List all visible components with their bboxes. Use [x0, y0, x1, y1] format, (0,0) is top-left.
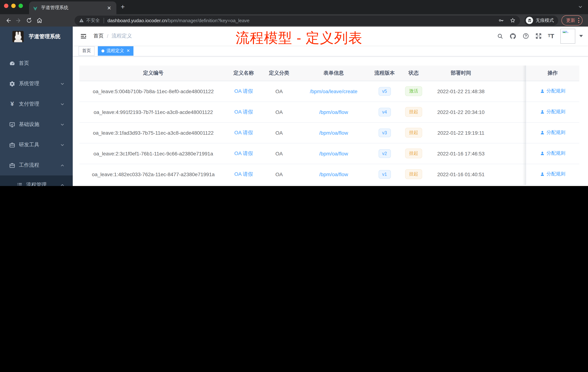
definition-name-link[interactable]: OA 请假: [234, 109, 253, 114]
form-link[interactable]: /bpm/oa/flow: [319, 130, 348, 136]
status-badge: 激活: [405, 86, 422, 96]
cell-definition-id: oa_leave:5:004b710b-7b8a-11ec-8ef0-acde4…: [79, 81, 227, 101]
form-link[interactable]: /bpm/oa/flow: [319, 151, 348, 156]
search-icon[interactable]: [497, 33, 503, 39]
password-key-icon[interactable]: [498, 17, 504, 23]
sidebar-toggle-icon[interactable]: [80, 33, 87, 40]
security-label[interactable]: 不安全: [86, 17, 100, 23]
status-badge: 挂起: [405, 107, 422, 117]
table-row: oa_leave:5:004b710b-7b8a-11ec-8ef0-acde4…: [79, 81, 579, 101]
browser-menu-icon[interactable]: [578, 18, 579, 23]
tag-label: 流程定义: [106, 48, 124, 54]
yen-icon: ¥: [9, 101, 15, 107]
assign-rule-button[interactable]: 分配规则: [540, 109, 566, 115]
incognito-icon: [526, 17, 533, 24]
sidebar-menu: 首页 系统管理 ¥ 支付管理: [0, 53, 73, 186]
reload-icon[interactable]: [26, 17, 32, 23]
column-header-id: 定义编号: [79, 66, 227, 81]
user-icon: [540, 130, 545, 135]
update-label[interactable]: 更新: [566, 17, 575, 23]
definition-name-link[interactable]: OA 请假: [234, 88, 253, 94]
cell-deploy-time: 2022-01-22 21:48:38: [427, 81, 494, 101]
sidebar-item-system[interactable]: 系统管理: [0, 74, 73, 94]
user-icon: [540, 151, 545, 156]
back-icon[interactable]: [5, 17, 11, 23]
cell-category: OA: [260, 81, 298, 101]
table-row: oa_leave:4:991f2193-7b7f-11ec-a3c8-acde4…: [79, 101, 579, 122]
fullscreen-icon[interactable]: [535, 33, 542, 39]
form-link[interactable]: /bpm/oa/flow: [319, 171, 348, 177]
sidebar-item-infra[interactable]: 基础设施: [0, 114, 73, 135]
user-avatar-broken-image[interactable]: [560, 29, 575, 44]
sidebar-item-devtools[interactable]: 研发工具: [0, 135, 73, 155]
window-zoom-button[interactable]: [19, 4, 23, 8]
avatar-caret-icon[interactable]: [579, 35, 583, 37]
browser-window: 芋道管理系统 ✕ + 不安全 dashboard.yudao.iocoder.c…: [0, 0, 588, 186]
sidebar-item-workflow[interactable]: 工作流程: [0, 155, 73, 175]
version-badge: v3: [378, 128, 391, 137]
github-icon[interactable]: [509, 33, 516, 40]
font-size-icon[interactable]: TT: [548, 33, 554, 39]
window-close-button[interactable]: [4, 4, 8, 8]
sidebar: 芋道管理系统 首页 系统管理 ¥: [0, 27, 73, 186]
chevron-down-icon: [60, 102, 65, 107]
cell-deploy-time: 2022-01-22 20:34:10: [427, 101, 494, 122]
version-badge: v4: [378, 108, 391, 116]
breadcrumb-current: 流程定义: [112, 33, 132, 39]
sidebar-item-payment[interactable]: ¥ 支付管理: [0, 94, 73, 114]
assign-rule-button[interactable]: 分配规则: [540, 171, 566, 177]
column-header-action: 操作: [526, 66, 579, 81]
assign-rule-button[interactable]: 分配规则: [540, 150, 566, 157]
column-header-status: 状态: [400, 66, 427, 81]
help-icon[interactable]: [522, 33, 529, 39]
sidebar-item-home[interactable]: 首页: [0, 53, 73, 74]
url-divider: [104, 18, 104, 23]
home-icon[interactable]: [36, 17, 42, 23]
new-tab-button[interactable]: +: [121, 3, 125, 11]
active-dot: [101, 49, 104, 52]
tag-close-icon[interactable]: ✕: [126, 48, 130, 53]
tag-home[interactable]: 首页: [79, 46, 94, 55]
assign-rule-button[interactable]: 分配规则: [540, 129, 566, 136]
form-link[interactable]: /bpm/oa/flow: [319, 109, 348, 115]
cell-category: OA: [260, 101, 298, 122]
form-link[interactable]: /bpm/oa/leave/create: [310, 88, 357, 94]
breadcrumb-home[interactable]: 首页: [94, 33, 104, 39]
url-bar[interactable]: 不安全 dashboard.yudao.iocoder.cn/bpm/manag…: [74, 15, 520, 25]
cell-deploy-time: 2022-01-16 01:40:51: [427, 164, 494, 185]
list-icon: [17, 182, 22, 186]
cell-category: OA: [260, 164, 298, 185]
definition-name-link[interactable]: OA 请假: [234, 129, 253, 135]
assign-rule-button[interactable]: 分配规则: [540, 88, 566, 94]
tab-close-icon[interactable]: ✕: [106, 5, 113, 11]
browser-update-button[interactable]: 更新: [561, 15, 583, 25]
workflow-submenu: 流程管理 流程表单 用户分组: [0, 175, 73, 186]
security-warning-icon[interactable]: [79, 18, 84, 23]
cell-definition-id: oa_leave:3:1fad3d93-7b75-11ec-a3c8-acde4…: [79, 122, 227, 143]
dashboard-icon: [9, 60, 15, 66]
tag-process-definition[interactable]: 流程定义 ✕: [98, 46, 134, 55]
forward-icon[interactable]: [16, 17, 22, 23]
definition-name-link[interactable]: OA 请假: [234, 171, 253, 177]
url-path: /bpm/manager/definition?key=oa_leave: [167, 18, 250, 23]
tab-search-chevron-icon[interactable]: [578, 4, 583, 10]
cell-deploy-time: 2022-01-16 17:46:53: [427, 143, 494, 164]
annotation-title: 流程模型 - 定义列表: [236, 29, 363, 47]
column-header-time: 部署时间: [427, 66, 494, 81]
sidebar-item-label: 系统管理: [19, 80, 39, 87]
toolbox-icon: [9, 162, 15, 168]
chrome-tab-strip: 芋道管理系统 ✕ +: [0, 0, 588, 14]
bookmark-star-icon[interactable]: [510, 17, 516, 23]
sidebar-item-process-management[interactable]: 流程管理: [0, 175, 73, 186]
status-badge: 挂起: [405, 169, 422, 179]
version-badge: v2: [378, 149, 391, 158]
sidebar-item-label: 研发工具: [19, 142, 39, 148]
definition-name-link[interactable]: OA 请假: [234, 150, 253, 156]
favicon-sprout-icon: [33, 5, 38, 10]
browser-tab[interactable]: 芋道管理系统 ✕: [29, 1, 116, 14]
window-minimize-button[interactable]: [11, 4, 16, 8]
incognito-label: 无痕模式: [536, 17, 554, 23]
sidebar-logo[interactable]: 芋道管理系统: [0, 27, 73, 47]
cell-category: OA: [260, 143, 298, 164]
column-header-name: 定义名称: [227, 66, 260, 81]
